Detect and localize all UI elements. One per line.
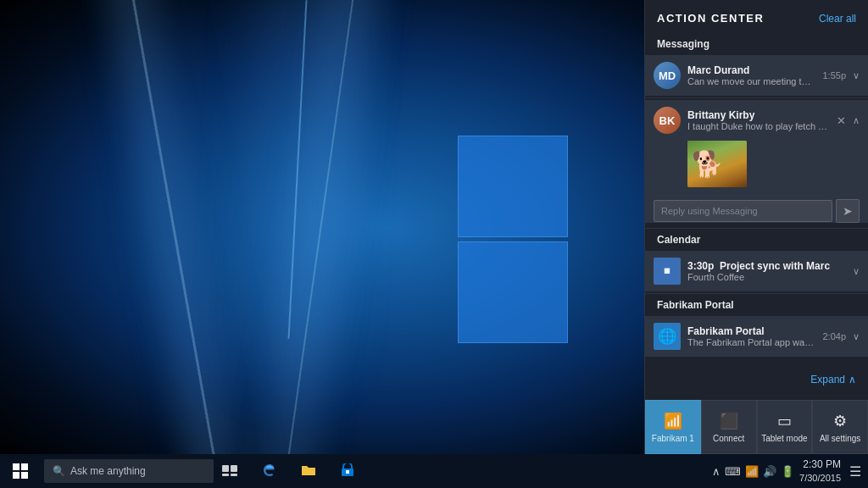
spacer <box>645 358 868 369</box>
tablet-icon: ▭ <box>777 412 792 430</box>
notif-content-marc: Marc Durand Can we move our meeting to 4… <box>687 64 815 86</box>
notif-close-brittany[interactable]: ✕ <box>837 114 846 127</box>
settings-gear-icon: ⚙ <box>833 412 847 430</box>
pinned-apps <box>251 454 366 488</box>
system-tray: ∧ ⌨ 📶 🔊 🔋 2:30 PM 7/30/2015 ☰ <box>712 458 868 485</box>
calendar-event-title: 3:30p Project sync with Marc <box>687 260 846 272</box>
notif-collapse-fabrikam[interactable]: ∨ <box>853 331 860 342</box>
expand-chevron-icon: ∧ <box>849 374 856 385</box>
send-button[interactable]: ➤ <box>836 199 860 223</box>
notif-row-calendar: ▦ 3:30p Project sync with Marc Fourth Co… <box>645 251 868 291</box>
quick-tile-fabrikam1-label: Fabrikam 1 <box>652 434 694 443</box>
notif-collapse-calendar[interactable]: ∨ <box>853 266 860 277</box>
notif-expanded-brittany <box>645 141 868 194</box>
up-arrow-icon[interactable]: ∧ <box>712 465 721 478</box>
messaging-section-label: Messaging <box>645 33 868 53</box>
desktop <box>0 0 644 454</box>
wifi-icon: 📶 <box>664 412 682 430</box>
svg-rect-5 <box>231 465 237 472</box>
start-button[interactable] <box>0 454 41 488</box>
expand-row: Expand ∧ <box>645 369 868 391</box>
notification-brittany: BK Brittany Kirby I taught Duke how to p… <box>645 100 868 223</box>
notif-reply-row: ➤ <box>654 199 860 223</box>
light-beam <box>288 0 308 339</box>
notif-name-brittany: Brittany Kirby <box>687 109 830 121</box>
edge-app[interactable] <box>251 454 288 488</box>
separator-1 <box>645 97 868 98</box>
notification-fabrikam: 🌐 Fabrikam Portal The Fabrikam Portal ap… <box>645 316 868 357</box>
file-explorer-app[interactable] <box>290 454 327 488</box>
notif-collapse-marc[interactable]: ∨ <box>853 70 860 81</box>
tray-icons: ∧ ⌨ 📶 🔊 🔋 <box>712 465 794 478</box>
network-icon[interactable]: 📶 <box>745 465 759 478</box>
reply-input[interactable] <box>654 200 832 222</box>
fabrikam-time: 2:04p <box>822 331 846 341</box>
fabrikam-section-label: Fabrikam Portal <box>645 294 868 314</box>
quick-tile-connect-label: Connect <box>713 434 744 443</box>
notification-center-icon[interactable]: ☰ <box>849 463 861 480</box>
action-center-header: ACTION CENTER Clear all <box>645 0 868 33</box>
battery-icon[interactable]: 🔋 <box>781 465 794 478</box>
quick-tile-tablet-mode[interactable]: ▭ Tablet mode <box>757 400 813 454</box>
svg-rect-6 <box>222 474 229 476</box>
expand-label: Expand <box>810 374 845 385</box>
clear-all-button[interactable]: Clear all <box>819 13 856 25</box>
avatar-brittany: BK <box>654 107 681 134</box>
notif-row-marc: MD Marc Durand Can we move our meeting t… <box>645 55 868 96</box>
action-center-title: ACTION CENTER <box>657 12 764 25</box>
svg-rect-9 <box>346 470 349 474</box>
search-placeholder-text: Ask me anything <box>70 465 146 477</box>
svg-rect-4 <box>222 465 229 472</box>
system-clock[interactable]: 2:30 PM 7/30/2015 <box>799 458 841 485</box>
quick-tile-fabrikam1[interactable]: 📶 Fabrikam 1 <box>645 400 701 454</box>
notif-content-fabrikam: Fabrikam Portal The Fabrikam Portal app … <box>687 325 815 347</box>
svg-rect-3 <box>21 472 28 479</box>
desktop-rect-2 <box>458 241 568 343</box>
action-center-panel: ACTION CENTER Clear all Messaging MD Mar… <box>644 0 868 454</box>
expand-button[interactable]: Expand ∧ <box>810 374 856 385</box>
notif-content-calendar: 3:30p Project sync with Marc Fourth Coff… <box>687 260 846 282</box>
quick-tile-all-settings[interactable]: ⚙ All settings <box>812 400 868 454</box>
notification-calendar: ▦ 3:30p Project sync with Marc Fourth Co… <box>645 251 868 291</box>
calendar-section-label: Calendar <box>645 229 868 249</box>
tray-date: 7/30/2015 <box>799 472 841 485</box>
quick-actions-bar: 📶 Fabrikam 1 ⬛ Connect ▭ Tablet mode ⚙ A… <box>645 400 868 454</box>
calendar-event-location: Fourth Coffee <box>687 272 846 282</box>
store-app[interactable] <box>329 454 366 488</box>
notif-msg-marc: Can we move our meeting to 4pm? <box>687 76 815 86</box>
taskbar: 🔍 Ask me anything <box>0 454 868 488</box>
action-center-body: Messaging MD Marc Durand Can we move our… <box>645 33 868 400</box>
notif-row-brittany: BK Brittany Kirby I taught Duke how to p… <box>645 100 868 141</box>
notif-content-brittany: Brittany Kirby I taught Duke how to play… <box>687 109 830 131</box>
search-icon: 🔍 <box>53 465 65 477</box>
notif-row-fabrikam: 🌐 Fabrikam Portal The Fabrikam Portal ap… <box>645 316 868 357</box>
calendar-icon: ▦ <box>654 258 681 285</box>
svg-rect-7 <box>231 474 237 476</box>
quick-tile-tablet-label: Tablet mode <box>761 434 807 443</box>
svg-rect-0 <box>13 463 19 470</box>
notif-expand-brittany[interactable]: ∧ <box>853 115 860 126</box>
svg-rect-1 <box>21 463 28 470</box>
globe-icon: 🌐 <box>654 323 681 350</box>
notif-image-content <box>687 141 747 187</box>
notif-time-marc: 1:55p <box>822 70 846 80</box>
tray-time: 2:30 PM <box>799 458 841 472</box>
notif-image-brittany <box>687 141 747 187</box>
fabrikam-message: The Fabrikam Portal app was updated <box>687 337 815 347</box>
avatar-marc: MD <box>654 62 681 89</box>
search-bar[interactable]: 🔍 Ask me anything <box>44 459 214 483</box>
desktop-rect-1 <box>458 136 568 237</box>
svg-rect-2 <box>13 472 19 479</box>
task-view-button[interactable] <box>214 454 246 488</box>
quick-tile-settings-label: All settings <box>820 434 860 443</box>
notification-marc: MD Marc Durand Can we move our meeting t… <box>645 55 868 96</box>
notif-name-marc: Marc Durand <box>687 64 815 76</box>
connect-icon: ⬛ <box>720 412 738 430</box>
fabrikam-app-name: Fabrikam Portal <box>687 325 815 337</box>
quick-tile-connect[interactable]: ⬛ Connect <box>701 400 757 454</box>
notif-msg-brittany: I taught Duke how to play fetch yesterda… <box>687 121 830 131</box>
volume-icon[interactable]: 🔊 <box>763 465 776 478</box>
keyboard-icon: ⌨ <box>725 465 741 478</box>
